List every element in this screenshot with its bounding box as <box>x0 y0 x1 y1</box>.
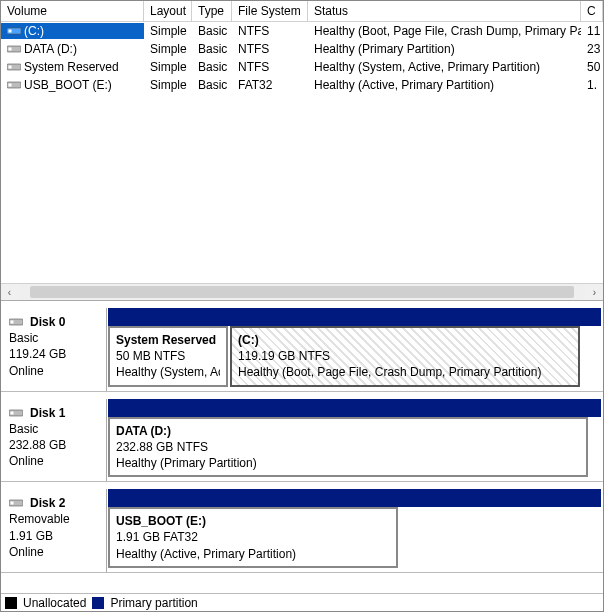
column-header-layout[interactable]: Layout <box>144 1 192 21</box>
disk-size: 232.88 GB <box>9 437 100 453</box>
partition-name: USB_BOOT (E:) <box>116 513 390 529</box>
disk-icon <box>7 26 21 36</box>
disk-header-bar <box>108 399 601 417</box>
volume-name-cell[interactable]: DATA (D:) <box>1 41 144 57</box>
disk-icon <box>7 44 21 54</box>
partition[interactable]: DATA (D:)232.88 GB NTFSHealthy (Primary … <box>108 417 588 478</box>
volume-layout-cell: Simple <box>144 77 192 93</box>
volume-fs-cell: NTFS <box>232 23 308 39</box>
svg-rect-9 <box>11 321 14 324</box>
volume-capacity-cell: 11 <box>581 23 603 39</box>
partition-name: DATA (D:) <box>116 423 580 439</box>
volume-name: USB_BOOT (E:) <box>24 78 112 92</box>
disk-summary[interactable]: Disk 0Basic119.24 GBOnline <box>1 308 107 391</box>
disk-title: Disk 1 <box>30 405 65 421</box>
disk-type: Basic <box>9 421 100 437</box>
partition-name: System Reserved <box>116 332 220 348</box>
legend-label-primary: Primary partition <box>110 596 197 610</box>
disk-summary[interactable]: Disk 2Removable1.91 GBOnline <box>1 489 107 572</box>
volume-name: (C:) <box>24 24 44 38</box>
partition-name: (C:) <box>238 332 572 348</box>
volume-list-header[interactable]: Volume Layout Type File System Status C <box>1 1 603 22</box>
volume-name: System Reserved <box>24 60 119 74</box>
disk-header-bar <box>108 308 601 326</box>
volume-layout-cell: Simple <box>144 23 192 39</box>
disk-partitions: USB_BOOT (E:)1.91 GB FAT32Healthy (Activ… <box>107 489 603 572</box>
legend-swatch-unallocated <box>5 597 17 609</box>
legend-swatch-primary <box>92 597 104 609</box>
partition[interactable]: System Reserved50 MB NTFSHealthy (System… <box>108 326 228 387</box>
volume-row[interactable]: (C:)SimpleBasicNTFSHealthy (Boot, Page F… <box>1 22 603 40</box>
volume-list-body[interactable]: (C:)SimpleBasicNTFSHealthy (Boot, Page F… <box>1 22 603 283</box>
disk-partitions: DATA (D:)232.88 GB NTFSHealthy (Primary … <box>107 399 603 482</box>
volume-status-cell: Healthy (Boot, Page File, Crash Dump, Pr… <box>308 23 581 39</box>
disk-state: Online <box>9 544 100 560</box>
disk-type: Removable <box>9 511 100 527</box>
volume-row[interactable]: System ReservedSimpleBasicNTFSHealthy (S… <box>1 58 603 76</box>
volume-row[interactable]: DATA (D:)SimpleBasicNTFSHealthy (Primary… <box>1 40 603 58</box>
volume-name-cell[interactable]: (C:) <box>1 23 144 39</box>
disk-management-window: Volume Layout Type File System Status C … <box>0 0 604 612</box>
volume-fs-cell: NTFS <box>232 41 308 57</box>
disk-map-pane: Disk 0Basic119.24 GBOnlineSystem Reserve… <box>1 301 603 611</box>
volume-list-pane[interactable]: Volume Layout Type File System Status C … <box>1 1 603 301</box>
volume-row[interactable]: USB_BOOT (E:)SimpleBasicFAT32Healthy (Ac… <box>1 76 603 94</box>
partition-row: USB_BOOT (E:)1.91 GB FAT32Healthy (Activ… <box>107 507 603 568</box>
disk-icon <box>9 317 23 327</box>
partition-status: Healthy (System, Active, Primary Partiti… <box>116 364 220 380</box>
volume-layout-cell: Simple <box>144 59 192 75</box>
partition-row: System Reserved50 MB NTFSHealthy (System… <box>107 326 603 387</box>
disk-row[interactable]: Disk 0Basic119.24 GBOnlineSystem Reserve… <box>1 308 603 392</box>
volume-layout-cell: Simple <box>144 41 192 57</box>
scroll-right-button[interactable]: › <box>586 284 603 300</box>
column-header-volume[interactable]: Volume <box>1 1 144 21</box>
scroll-left-button[interactable]: ‹ <box>1 284 18 300</box>
partition-size: 1.91 GB FAT32 <box>116 529 390 545</box>
scroll-thumb[interactable] <box>30 286 573 298</box>
column-header-status[interactable]: Status <box>308 1 581 21</box>
partition[interactable]: USB_BOOT (E:)1.91 GB FAT32Healthy (Activ… <box>108 507 398 568</box>
disk-icon <box>9 498 23 508</box>
volume-capacity-cell: 50 <box>581 59 603 75</box>
disk-icon <box>7 80 21 90</box>
disk-state: Online <box>9 363 100 379</box>
disk-state: Online <box>9 453 100 469</box>
partition[interactable]: (C:)119.19 GB NTFSHealthy (Boot, Page Fi… <box>230 326 580 387</box>
disk-row[interactable]: Disk 2Removable1.91 GBOnlineUSB_BOOT (E:… <box>1 489 603 573</box>
partition-size: 50 MB NTFS <box>116 348 220 364</box>
volume-status-cell: Healthy (System, Active, Primary Partiti… <box>308 59 581 75</box>
volume-type-cell: Basic <box>192 23 232 39</box>
volume-type-cell: Basic <box>192 59 232 75</box>
svg-rect-11 <box>11 411 14 414</box>
svg-rect-7 <box>9 84 12 87</box>
svg-rect-1 <box>9 30 12 33</box>
disk-type: Basic <box>9 330 100 346</box>
volume-type-cell: Basic <box>192 41 232 57</box>
partition-size: 232.88 GB NTFS <box>116 439 580 455</box>
volume-name-cell[interactable]: System Reserved <box>1 59 144 75</box>
partition-row: DATA (D:)232.88 GB NTFSHealthy (Primary … <box>107 417 603 478</box>
volume-status-cell: Healthy (Active, Primary Partition) <box>308 77 581 93</box>
disk-title: Disk 0 <box>30 314 65 330</box>
horizontal-scrollbar[interactable]: ‹ › <box>1 283 603 300</box>
volume-name-cell[interactable]: USB_BOOT (E:) <box>1 77 144 93</box>
legend-label-unallocated: Unallocated <box>23 596 86 610</box>
column-header-capacity[interactable]: C <box>581 1 603 21</box>
disk-row[interactable]: Disk 1Basic232.88 GBOnlineDATA (D:)232.8… <box>1 399 603 483</box>
legend: Unallocated Primary partition <box>1 593 603 611</box>
volume-name: DATA (D:) <box>24 42 77 56</box>
disk-header-bar <box>108 489 601 507</box>
disk-summary[interactable]: Disk 1Basic232.88 GBOnline <box>1 399 107 482</box>
volume-fs-cell: FAT32 <box>232 77 308 93</box>
disk-icon <box>7 62 21 72</box>
disk-title: Disk 2 <box>30 495 65 511</box>
column-header-type[interactable]: Type <box>192 1 232 21</box>
disk-map[interactable]: Disk 0Basic119.24 GBOnlineSystem Reserve… <box>1 301 603 593</box>
svg-rect-13 <box>11 502 14 505</box>
svg-rect-5 <box>9 66 12 69</box>
volume-capacity-cell: 23 <box>581 41 603 57</box>
column-header-filesystem[interactable]: File System <box>232 1 308 21</box>
disk-icon <box>9 408 23 418</box>
partition-status: Healthy (Boot, Page File, Crash Dump, Pr… <box>238 364 572 380</box>
scroll-track[interactable] <box>19 284 585 300</box>
